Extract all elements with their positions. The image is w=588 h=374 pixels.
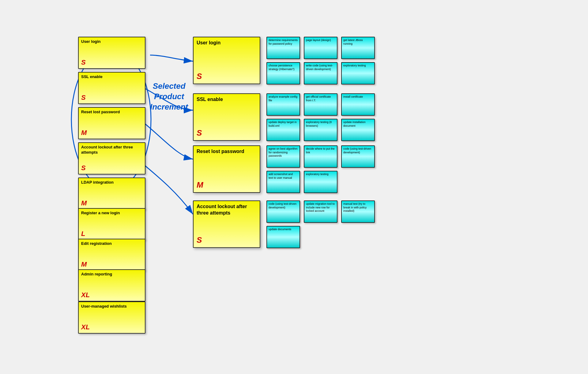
card-size: XL	[81, 323, 90, 331]
product-card-pc6: Register a new login L	[78, 208, 145, 240]
task-text: code (using test-driven development)	[269, 202, 298, 209]
task-card: manual test (try to break in with policy…	[341, 200, 375, 223]
sprint-story-size: S	[197, 235, 202, 245]
task-card: update deploy target in build.xml	[266, 119, 300, 141]
sprint-story-card-ss3: Reset lost password M	[193, 145, 260, 193]
sprint-story-size: M	[197, 180, 203, 190]
card-title: Account lockout after three attempts	[81, 145, 142, 155]
task-card: analyze example config file	[266, 93, 300, 116]
task-card: install certificate	[341, 93, 375, 116]
task-text: analyze example config file	[269, 95, 298, 102]
card-title: Edit registration	[81, 241, 142, 246]
sprint-story-title: User login	[197, 40, 257, 46]
task-card: update installation document	[341, 119, 375, 141]
task-card: exploratory testing (8 browsers)	[304, 119, 337, 141]
task-card: agree on best algorithm for randomizing …	[266, 145, 300, 168]
card-size: M	[81, 260, 87, 268]
task-text: exploratory testing (8 browsers)	[306, 121, 335, 128]
product-card-pc1: User login S	[78, 37, 145, 69]
task-text: exploratory testing	[343, 64, 373, 68]
task-text: get official certificate from I.T.	[306, 95, 335, 102]
card-size: L	[81, 230, 85, 238]
task-text: choose persistence strategy (Hibernate?)	[269, 64, 298, 71]
card-title: Admin reporting	[81, 272, 142, 277]
product-card-pc7: Edit registration M	[78, 239, 145, 271]
task-text: manual test (try to break in with policy…	[343, 202, 373, 213]
task-card: page layout (design)	[304, 37, 337, 59]
task-text: exploratory testing	[306, 173, 335, 176]
sprint-story-title: Reset lost password	[197, 148, 257, 155]
card-title: User-managed wishlists	[81, 304, 142, 309]
card-size: S	[81, 94, 86, 102]
product-card-pc4: Account lockout after three attempts S	[78, 142, 145, 174]
product-card-pc5: LDAP integration M	[78, 178, 145, 210]
task-text: determine requirements for password poli…	[269, 39, 298, 46]
task-text: update documents	[269, 228, 298, 231]
task-text: write code (using test-driven developmen…	[306, 64, 335, 71]
sprint-story-title: SSL enable	[197, 96, 257, 103]
task-text: add screenshot and text to user manual	[269, 173, 298, 180]
task-card: exploratory testing	[304, 171, 337, 193]
card-size: XL	[81, 291, 90, 299]
sprint-story-size: S	[197, 72, 202, 81]
task-card: exploratory testing	[341, 62, 375, 84]
task-text: update deploy target in build.xml	[269, 121, 298, 128]
task-text: code (using test-driven development)	[343, 147, 373, 154]
task-card: write code (using test-driven developmen…	[304, 62, 337, 84]
card-size: M	[81, 199, 87, 207]
task-card: add screenshot and text to user manual	[266, 171, 300, 193]
selected-label: SelectedProductIncrement	[150, 81, 188, 112]
task-card: update migration tool to include new row…	[304, 200, 337, 223]
task-card: code (using test-driven development)	[266, 200, 300, 223]
card-size: S	[81, 58, 86, 66]
product-card-pc3: Reset lost password M	[78, 107, 145, 139]
sprint-story-card-ss1: User login S	[193, 37, 260, 84]
card-size: M	[81, 129, 87, 137]
task-text: agree on best algorithm for randomizing …	[269, 147, 298, 158]
sprint-story-size: S	[197, 128, 202, 138]
card-title: LDAP integration	[81, 180, 142, 185]
task-card: get official certificate from I.T.	[304, 93, 337, 116]
task-text: page layout (design)	[306, 39, 335, 42]
task-card: update documents	[266, 226, 300, 248]
task-text: update migration tool to include new row…	[306, 202, 335, 213]
product-card-pc8: Admin reporting XL	[78, 269, 145, 301]
task-card: decide where to put the link	[304, 145, 337, 168]
task-card: determine requirements for password poli…	[266, 37, 300, 59]
card-size: S	[81, 164, 86, 172]
task-card: code (using test-driven development)	[341, 145, 375, 168]
sprint-story-title: Account lockout after three attempts	[197, 204, 257, 216]
task-text: get latest JBoss running	[343, 39, 373, 46]
task-text: update installation document	[343, 121, 373, 128]
card-title: SSL enable	[81, 74, 142, 80]
task-card: get latest JBoss running	[341, 37, 375, 59]
product-card-pc9: User-managed wishlists XL	[78, 301, 145, 334]
product-card-pc2: SSL enable S	[78, 72, 145, 104]
task-text: install certificate	[343, 95, 373, 99]
sprint-story-card-ss2: SSL enable S	[193, 93, 260, 141]
card-title: Reset lost password	[81, 110, 142, 115]
task-text: decide where to put the link	[306, 147, 335, 154]
card-title: Register a new login	[81, 211, 142, 216]
task-card: choose persistence strategy (Hibernate?)	[266, 62, 300, 84]
sprint-story-card-ss4: Account lockout after three attempts S	[193, 200, 260, 248]
card-title: User login	[81, 39, 142, 44]
